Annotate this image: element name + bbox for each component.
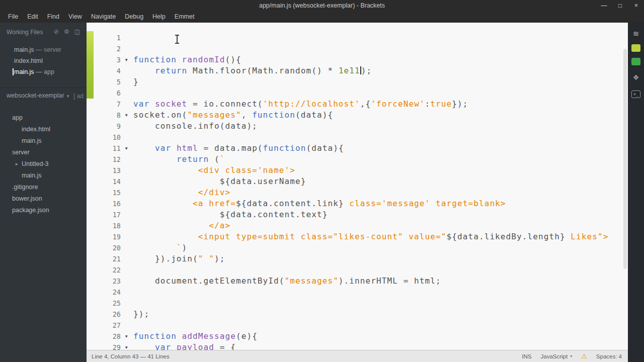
line-number[interactable]: 16	[87, 198, 121, 209]
editor-scrollbar-thumb[interactable]	[623, 49, 627, 269]
code-line[interactable]: 27	[87, 320, 628, 331]
menu-view[interactable]: View	[64, 11, 87, 23]
tree-item-main-js[interactable]: main.js	[0, 170, 87, 182]
fold-marker-icon[interactable]: ▼	[121, 110, 133, 121]
tree-item-app[interactable]: app	[0, 112, 87, 124]
code-line[interactable]: 17 ${data.content.text}	[87, 209, 628, 220]
menu-emmet[interactable]: Emmet	[170, 11, 199, 23]
close-button[interactable]: ×	[632, 0, 640, 11]
line-number[interactable]: 7	[87, 99, 121, 110]
line-number[interactable]: 17	[87, 209, 121, 220]
line-number[interactable]: 13	[87, 165, 121, 176]
collapse-arrow-icon[interactable]: ▸	[16, 158, 18, 170]
split-view-icon[interactable]: ◫	[74, 28, 80, 36]
line-number[interactable]: 28	[87, 331, 121, 342]
terminal-extension-icon[interactable]: >_	[631, 90, 640, 98]
line-number[interactable]: 26	[87, 309, 121, 320]
code-line[interactable]: 2	[87, 43, 628, 54]
tree-item-main-js[interactable]: main.js	[0, 135, 87, 147]
code-line[interactable]: 20 `)	[87, 242, 628, 253]
maximize-button[interactable]: □	[616, 0, 624, 11]
line-number[interactable]: 12	[87, 154, 121, 165]
code-line[interactable]: 22	[87, 264, 628, 276]
spaces-setting[interactable]: Spaces: 4	[596, 353, 622, 359]
code-line[interactable]: 11▼ var html = data.map(function(data){	[87, 143, 628, 154]
line-number[interactable]: 8	[87, 110, 121, 121]
code-line[interactable]: 4 return Math.floor(Math.random() * 1e11…	[87, 65, 628, 76]
code-line[interactable]: 28▼function addMessage(e){	[87, 331, 628, 342]
minimize-button[interactable]: —	[600, 0, 608, 11]
code-line[interactable]: 1	[87, 32, 628, 43]
code-line[interactable]: 9 console.info(data);	[87, 121, 628, 132]
menu-edit[interactable]: Edit	[23, 11, 43, 23]
line-number[interactable]: 21	[87, 253, 121, 264]
green-extension-icon[interactable]	[631, 58, 640, 65]
fold-marker-icon[interactable]: ▼	[121, 342, 133, 350]
code-line[interactable]: 13 <div class='name'>	[87, 165, 628, 176]
line-number[interactable]: 29	[87, 342, 121, 350]
line-number[interactable]: 22	[87, 264, 121, 276]
code-line[interactable]: 21 }).join(" ");	[87, 253, 628, 264]
code-line[interactable]: 26});	[87, 309, 628, 320]
code-line[interactable]: 23 document.getElementById("messages").i…	[87, 276, 628, 287]
tree-item-untitled-3[interactable]: ▸Untitled-3	[0, 158, 87, 170]
code-line[interactable]: 6	[87, 87, 628, 99]
line-number[interactable]: 27	[87, 320, 121, 331]
line-number[interactable]: 9	[87, 121, 121, 132]
fold-marker-icon[interactable]: ▼	[121, 331, 133, 342]
working-file-item[interactable]: main.js — server	[0, 44, 87, 55]
lime-extension-icon[interactable]	[631, 44, 640, 52]
tree-item-index-html[interactable]: index.html	[0, 124, 87, 135]
line-number[interactable]: 10	[87, 132, 121, 143]
code-line[interactable]: 7var socket = io.connect('http://localho…	[87, 99, 628, 110]
tree-item-bower-json[interactable]: bower.json	[0, 193, 87, 205]
code-line[interactable]: 14 ${data.userName}	[87, 176, 628, 187]
lint-warning-icon[interactable]: ⚠	[581, 353, 587, 359]
code-line[interactable]: 10	[87, 132, 628, 143]
line-number[interactable]: 14	[87, 176, 121, 187]
editor[interactable]: 123▼function randomId(){4 return Math.fl…	[87, 23, 628, 350]
mouse-ibeam-cursor	[177, 35, 178, 43]
menu-find[interactable]: Find	[43, 11, 64, 23]
menu-file[interactable]: File	[4, 11, 23, 23]
code-line[interactable]: 12 return (`	[87, 154, 628, 165]
menu-debug[interactable]: Debug	[120, 11, 148, 23]
menu-help[interactable]: Help	[148, 11, 170, 23]
line-number[interactable]: 18	[87, 220, 121, 231]
fold-marker-icon[interactable]: ▼	[121, 54, 133, 65]
line-number[interactable]: 19	[87, 231, 121, 242]
code-line[interactable]: 8▼socket.on("messages", function(data){	[87, 110, 628, 121]
code-line[interactable]: 25	[87, 298, 628, 309]
waves-extension-icon[interactable]: ≋	[631, 29, 641, 38]
working-file-item[interactable]: main.js — app	[0, 66, 87, 77]
code-line[interactable]: 24	[87, 287, 628, 298]
working-file-item[interactable]: index.html	[0, 55, 87, 66]
code-token: <a href=	[133, 199, 236, 208]
project-header[interactable]: websocket-exemplar▾ [ ad	[0, 87, 87, 103]
line-number[interactable]: 20	[87, 242, 121, 253]
tree-item-package-json[interactable]: package.json	[0, 205, 87, 216]
code-token: socket	[155, 99, 187, 109]
code-line[interactable]: 16 <a href=${data.content.link} class='m…	[87, 198, 628, 209]
code-line[interactable]: 18 </a>	[87, 220, 628, 231]
tree-item-server[interactable]: server	[0, 147, 87, 158]
chevron-down-icon[interactable]: ▾	[67, 94, 69, 99]
line-number[interactable]: 24	[87, 287, 121, 298]
code-line[interactable]: 5}	[87, 76, 628, 87]
line-number[interactable]: 15	[87, 187, 121, 198]
menu-navigate[interactable]: Navigate	[87, 11, 120, 23]
line-number[interactable]: 23	[87, 276, 121, 287]
gear-icon[interactable]: ⚙	[64, 28, 69, 36]
line-number[interactable]: 11	[87, 143, 121, 154]
diamond-extension-icon[interactable]: ❖	[631, 73, 641, 82]
code-line[interactable]: 15 </div>	[87, 187, 628, 198]
code-line[interactable]: 29▼ var payload = {	[87, 342, 628, 350]
fold-marker-icon[interactable]: ▼	[121, 143, 133, 154]
code-line[interactable]: 19 <input type=submit class="likes-count…	[87, 231, 628, 242]
insert-mode-toggle[interactable]: INS	[522, 353, 531, 359]
tree-item--gitignore[interactable]: .gitignore	[0, 182, 87, 193]
line-number[interactable]: 25	[87, 298, 121, 309]
code-line[interactable]: 3▼function randomId(){	[87, 54, 628, 65]
language-selector[interactable]: JavaScript ▾	[540, 353, 572, 359]
close-all-icon[interactable]: ⊘	[54, 28, 59, 36]
